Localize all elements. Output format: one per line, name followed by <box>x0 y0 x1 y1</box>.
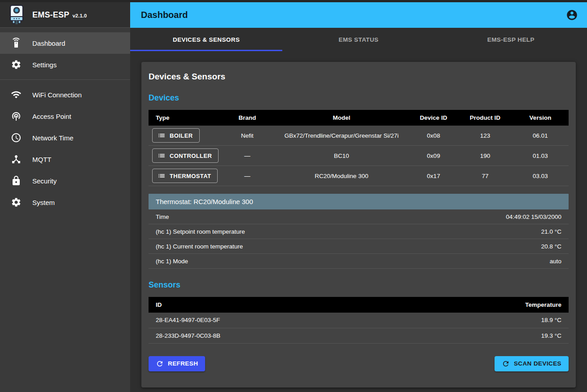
device-type-button-controller[interactable]: CONTROLLER <box>152 148 219 163</box>
detail-row-current-temp: (hc 1) Current room temperature 20.8 °C <box>149 239 569 254</box>
device-type-label: THERMOSTAT <box>170 173 211 179</box>
column-header-version: Version <box>512 110 569 126</box>
device-brand: Nefit <box>220 126 274 146</box>
page-title: Dashboard <box>141 10 188 20</box>
device-model: BC10 <box>274 146 409 166</box>
devices-table-header: Type Brand Model Device ID Product ID Ve… <box>149 110 569 126</box>
detail-label: (hc 1) Setpoint room temperature <box>156 228 245 235</box>
refresh-button[interactable]: REFRESH <box>149 356 205 371</box>
sidebar-divider <box>0 79 130 80</box>
sidebar: EMS-ESP v2.1.0 Dashboard Settings WiFi C… <box>0 2 130 392</box>
app-layout: EMS-ESP v2.1.0 Dashboard Settings WiFi C… <box>0 2 587 392</box>
sidebar-nav: Dashboard Settings WiFi Connection Acces… <box>0 28 130 213</box>
detail-value: 20.8 °C <box>541 243 561 250</box>
sensors-table: ID Temperature 28-EA41-9497-0E03-5F 18.9… <box>149 297 569 344</box>
device-version: 01.03 <box>512 146 569 166</box>
sensor-id: 28-233D-9497-0C03-8B <box>149 328 359 343</box>
device-detail-rows: Time 04:49:02 15/03/2000 (hc 1) Setpoint… <box>149 209 569 269</box>
device-id: 0x17 <box>409 166 458 186</box>
scan-devices-button[interactable]: SCAN DEVICES <box>495 356 569 371</box>
wifi-tethering-icon <box>11 111 22 122</box>
device-product-id: 77 <box>458 166 512 186</box>
list-icon <box>158 172 166 180</box>
device-type-label: BOILER <box>170 132 193 139</box>
content-column: Dashboard DEVICES & SENSORS EMS STATUS E… <box>130 2 587 392</box>
device-product-id: 190 <box>458 146 512 166</box>
sensor-id: 28-EA41-9497-0E03-5F <box>149 313 359 328</box>
sidebar-item-label: Security <box>32 177 57 185</box>
column-header-type: Type <box>149 110 220 126</box>
sidebar-item-dashboard[interactable]: Dashboard <box>0 32 130 54</box>
device-brand: — <box>220 166 274 186</box>
tab-ems-status[interactable]: EMS STATUS <box>282 28 434 51</box>
table-row-thermostat: THERMOSTAT — RC20/Moduline 300 0x17 77 0… <box>149 166 569 186</box>
column-header-device-id: Device ID <box>409 110 458 126</box>
sidebar-item-label: System <box>32 199 55 206</box>
tab-devices-sensors[interactable]: DEVICES & SENSORS <box>130 28 282 51</box>
detail-row-time: Time 04:49:02 15/03/2000 <box>149 209 569 224</box>
detail-row-mode: (hc 1) Mode auto <box>149 254 569 269</box>
detail-value: 21.0 °C <box>541 228 561 235</box>
column-header-id: ID <box>149 297 359 313</box>
clock-icon <box>11 132 22 143</box>
remote-icon <box>11 38 22 48</box>
detail-label: (hc 1) Current room temperature <box>156 243 243 250</box>
sidebar-item-label: Dashboard <box>32 39 65 47</box>
device-model: GBx72/Trendline/Cerapur/Greenstar Si/27i <box>274 126 409 146</box>
sidebar-item-network-time[interactable]: Network Time <box>0 127 130 148</box>
brand: EMS-ESP v2.1.0 <box>32 10 87 20</box>
device-brand: — <box>220 146 274 166</box>
sidebar-header: EMS-ESP v2.1.0 <box>0 2 130 28</box>
sidebar-item-security[interactable]: Security <box>0 170 130 192</box>
app-version: v2.1.0 <box>72 13 87 18</box>
device-version: 03.03 <box>512 166 569 186</box>
detail-row-setpoint-temp: (hc 1) Setpoint room temperature 21.0 °C <box>149 224 569 239</box>
card-actions: REFRESH SCAN DEVICES <box>149 356 569 371</box>
detail-value: 04:49:02 15/03/2000 <box>506 213 561 220</box>
refresh-button-label: REFRESH <box>168 360 198 367</box>
tab-ems-esp-help[interactable]: EMS-ESP HELP <box>435 28 587 51</box>
detail-value: auto <box>550 258 561 265</box>
scan-devices-button-label: SCAN DEVICES <box>514 360 561 367</box>
device-version: 06.01 <box>512 126 569 146</box>
refresh-icon <box>502 360 510 368</box>
boiler-logo-icon <box>7 4 26 25</box>
device-type-label: CONTROLLER <box>170 152 212 159</box>
app-title: EMS-ESP <box>32 10 69 20</box>
sidebar-item-wifi-connection[interactable]: WiFi Connection <box>0 84 130 105</box>
appbar: Dashboard <box>130 2 587 28</box>
card-title: Devices & Sensors <box>149 72 569 82</box>
device-type-button-thermostat[interactable]: THERMOSTAT <box>152 169 218 183</box>
column-header-temperature: Temperature <box>359 297 569 313</box>
sidebar-item-label: Access Point <box>32 113 71 120</box>
detail-label: (hc 1) Mode <box>156 258 188 265</box>
sidebar-item-mqtt[interactable]: MQTT <box>0 148 130 170</box>
devices-table: Type Brand Model Device ID Product ID Ve… <box>149 110 569 186</box>
sidebar-item-label: Settings <box>32 61 57 69</box>
detail-label: Time <box>156 213 169 220</box>
sidebar-item-label: MQTT <box>32 156 52 163</box>
column-header-model: Model <box>274 110 409 126</box>
device-type-button-boiler[interactable]: BOILER <box>152 128 200 143</box>
page-body: Devices & Sensors Devices Type Brand Mod… <box>130 51 587 392</box>
table-row-controller: CONTROLLER — BC10 0x09 190 01.03 <box>149 146 569 166</box>
sidebar-item-system[interactable]: System <box>0 192 130 213</box>
gear-icon <box>11 197 22 208</box>
device-detail-header: Thermostat: RC20/Moduline 300 <box>149 194 569 209</box>
device-id: 0x09 <box>409 146 458 166</box>
sensor-temperature: 18.9 °C <box>359 313 569 328</box>
sidebar-item-label: Network Time <box>32 134 74 142</box>
table-row-sensor-1: 28-EA41-9497-0E03-5F 18.9 °C <box>149 313 569 328</box>
device-product-id: 123 <box>458 126 512 146</box>
account-button[interactable] <box>563 6 581 24</box>
devices-sensors-card: Devices & Sensors Devices Type Brand Mod… <box>141 62 576 388</box>
sidebar-item-access-point[interactable]: Access Point <box>0 105 130 127</box>
table-row-sensor-2: 28-233D-9497-0C03-8B 19.3 °C <box>149 328 569 343</box>
device-model: RC20/Moduline 300 <box>274 166 409 186</box>
account-circle-icon <box>566 9 578 21</box>
wifi-icon <box>11 89 22 100</box>
sidebar-item-label: WiFi Connection <box>32 91 82 99</box>
tab-bar: DEVICES & SENSORS EMS STATUS EMS-ESP HEL… <box>130 28 587 51</box>
sidebar-item-settings[interactable]: Settings <box>0 54 130 75</box>
table-row-boiler: BOILER Nefit GBx72/Trendline/Cerapur/Gre… <box>149 126 569 146</box>
